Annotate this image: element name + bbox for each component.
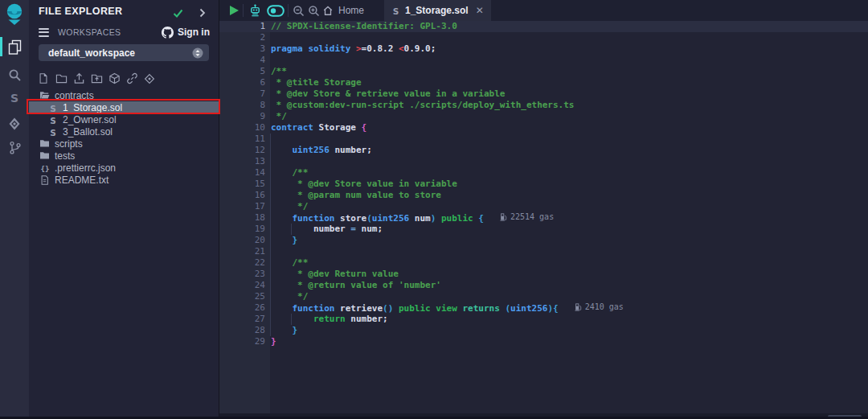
diamond-icon[interactable] [143,72,156,85]
line-number: 11 [219,134,265,145]
sidebar-item-git[interactable] [0,138,29,158]
new-folder-icon[interactable] [55,72,68,85]
new-file-icon[interactable] [37,72,50,85]
workspace-menu-icon[interactable] [39,28,49,37]
code-text: return number; [271,314,388,325]
tree-item-2-owner-sol[interactable]: S2_Owner.sol [29,113,219,125]
line-number: 28 [219,325,265,336]
select-arrows-icon [192,47,203,62]
svg-text:S: S [50,103,56,113]
code-line-26: 26 function retrieve() public view retur… [219,302,868,314]
line-number: 17 [219,201,265,212]
folder-icon [39,139,50,148]
code-line-17: 17 */ [219,201,868,212]
line-number: 1 [219,21,265,32]
code-line-21: 21 [219,246,868,257]
line-number: 23 [219,269,265,280]
tree-item-label: 2_Owner.sol [63,114,117,125]
code-line-5: 5/** [219,66,868,77]
tree-item-label: .prettierrc.json [55,162,116,174]
code-line-27: 27 return number; [219,314,868,325]
tree-item-label: README.txt [55,175,108,186]
tab-home[interactable]: Home [322,0,364,21]
code-line-2: 2 [219,32,868,43]
line-number: 8 [219,100,265,111]
sidebar-item-search[interactable] [0,64,29,85]
line-number: 3 [219,43,265,55]
code-line-11: 11 [219,134,868,145]
run-script-button[interactable] [226,0,242,21]
tab-label: 1_Storage.sol [405,5,469,16]
workspace-select[interactable]: default_workspace [39,44,209,61]
remix-logo[interactable] [0,2,29,27]
code-line-28: 28 } [219,325,868,336]
code-line-7: 7 * @dev Store & retrieve value in a var… [219,88,868,100]
home-tab-label: Home [338,5,364,16]
gas-estimate-badge: 2410 gas [575,302,624,311]
code-line-19: 19 number = num; [219,224,868,235]
code-line-18: 18 function store(uint256 num) public {2… [219,212,868,224]
import-link-icon[interactable] [125,72,138,85]
tree-item-3-ballot-sol[interactable]: S3_Ballot.sol [29,125,219,138]
tree-item--prettierrc-json[interactable]: {}.prettierrc.json [29,162,219,174]
line-number: 5 [219,66,265,77]
code-line-24: 24 * @return value of 'number' [219,280,868,291]
ai-copilot-icon[interactable] [246,0,264,21]
code-line-1: 1// SPDX-License-Identifier: GPL-3.0 [219,21,868,32]
svg-text:S: S [393,6,399,15]
line-number: 12 [219,145,265,156]
expand-chevron-icon[interactable] [199,6,206,21]
code-line-16: 16 * @param num value to store [219,190,868,201]
solidity-file-icon: S [47,103,58,113]
tree-item-contracts[interactable]: contracts [29,89,219,101]
tree-item-1-storage-sol[interactable]: S1_Storage.sol [29,101,219,113]
svg-text:{}: {} [40,164,49,172]
tree-item-scripts[interactable]: scripts [29,138,219,150]
code-text: * @return value of 'number' [271,280,441,291]
code-line-29: 29} [219,336,868,347]
code-text: uint256 number; [271,145,372,156]
line-number: 9 [219,111,265,122]
sidebar-item-solidity-compiler[interactable]: S [0,88,29,109]
code-text: */ [271,291,308,302]
zoom-in-icon[interactable] [306,0,321,21]
zoom-out-icon[interactable] [291,0,305,21]
line-number: 21 [219,246,265,257]
tab-1-storage-sol[interactable]: S 1_Storage.sol ✕ [384,0,491,21]
folder-icon [39,151,50,160]
code-text: * @dev Return value [271,269,399,280]
line-number: 7 [219,88,265,100]
code-editor[interactable]: 1// SPDX-License-Identifier: GPL-3.023pr… [219,21,868,413]
tree-item-readme-txt[interactable]: README.txt [29,174,219,186]
code-text: * @param num value to store [271,190,441,201]
file-explorer-panel: FILE EXPLORER WORKSPACES Sign in default… [29,0,219,419]
upload-file-icon[interactable] [72,72,85,85]
text-file-icon [39,175,50,185]
code-text: /** [271,66,287,77]
box-icon[interactable] [108,72,121,85]
sidebar-item-deploy-and-run[interactable] [0,113,29,134]
code-text: * @custom:dev-run-script ./scripts/deplo… [271,100,575,111]
code-line-22: 22 /** [219,257,868,269]
code-line-20: 20 } [219,235,868,246]
close-tab-icon[interactable]: ✕ [476,5,484,16]
github-sign-in-button[interactable]: Sign in [162,26,210,39]
line-number: 29 [219,336,265,347]
upload-folder-icon[interactable] [90,72,103,85]
solidity-file-icon: S [47,115,58,125]
code-line-25: 25 */ [219,291,868,302]
remix-logo-icon [3,2,26,27]
code-line-23: 23 * @dev Return value [219,269,868,280]
copilot-toggle[interactable] [265,0,286,21]
code-text: // SPDX-License-Identifier: GPL-3.0 [271,21,457,32]
sidebar-item-file-explorer[interactable] [0,37,29,58]
editor-header: Home S 1_Storage.sol ✕ [219,0,868,21]
file-explorer-toolbar [37,72,156,85]
home-icon [322,5,334,16]
code-text: function store(uint256 num) public {2251… [271,212,554,224]
sign-in-label: Sign in [178,27,210,38]
code-line-9: 9 */ [219,111,868,122]
tree-item-tests[interactable]: tests [29,150,219,162]
accept-check-icon[interactable] [173,6,183,21]
line-number: 16 [219,190,265,201]
